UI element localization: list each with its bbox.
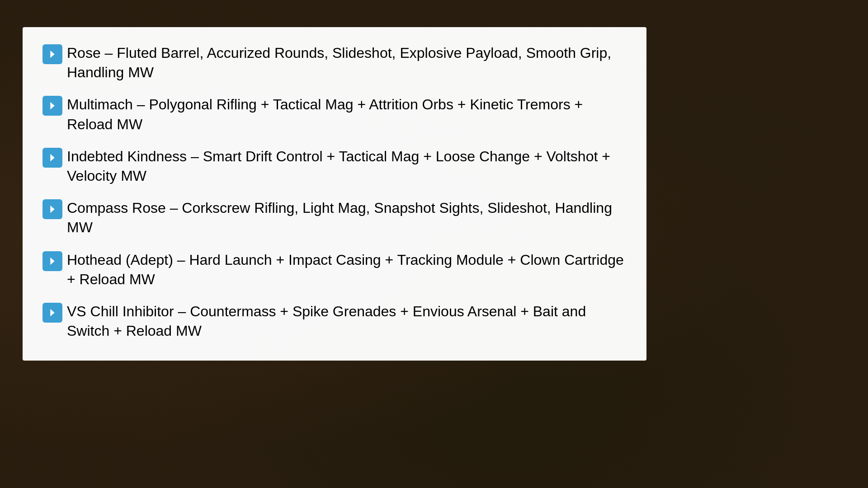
arrow-icon-5 [42,251,62,271]
arrow-icon-3 [42,148,62,168]
item-text-3: Indebted Kindness – Smart Drift Control … [67,147,627,186]
list-item: Indebted Kindness – Smart Drift Control … [42,147,627,186]
arrow-icon-1 [42,44,62,64]
list-item: Compass Rose – Corkscrew Rifling, Light … [42,198,627,237]
list-item: VS Chill Inhibitor – Countermass + Spike… [42,302,627,341]
arrow-icon-4 [42,199,62,219]
item-text-5: Hothead (Adept) – Hard Launch + Impact C… [67,250,627,289]
item-text-4: Compass Rose – Corkscrew Rifling, Light … [67,198,627,237]
content-card: Rose – Fluted Barrel, Accurized Rounds, … [23,27,646,361]
list-item: Rose – Fluted Barrel, Accurized Rounds, … [42,43,627,82]
item-text-1: Rose – Fluted Barrel, Accurized Rounds, … [67,43,627,82]
item-text-6: VS Chill Inhibitor – Countermass + Spike… [67,302,627,341]
arrow-icon-6 [42,303,62,323]
arrow-icon-2 [42,96,62,116]
list-item: Multimach – Polygonal Rifling + Tactical… [42,95,627,134]
item-text-2: Multimach – Polygonal Rifling + Tactical… [67,95,627,134]
list-item: Hothead (Adept) – Hard Launch + Impact C… [42,250,627,289]
